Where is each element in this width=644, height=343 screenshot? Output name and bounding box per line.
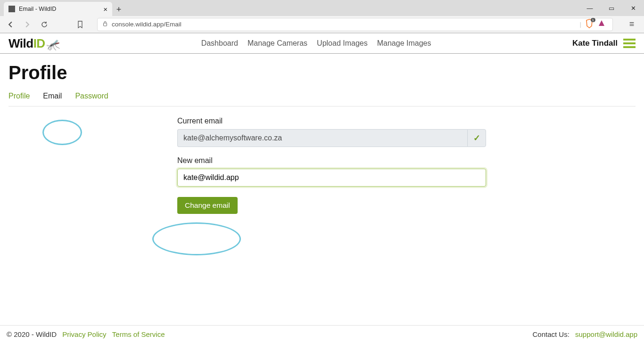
tab-password[interactable]: Password — [75, 92, 108, 100]
page-title: Profile — [8, 62, 636, 83]
window-maximize-button[interactable]: ▭ — [601, 0, 622, 16]
forward-button[interactable] — [22, 19, 33, 30]
email-form: Current email kate@alchemysoftware.co.za… — [177, 117, 486, 214]
brave-shield-icon[interactable]: 1 — [585, 19, 594, 30]
contact-label: Contact Us: — [533, 330, 572, 338]
privacy-policy-link[interactable]: Privacy Policy — [62, 330, 106, 338]
logo-text-id: ID — [33, 36, 45, 51]
extension-icons: 1 — [585, 19, 608, 30]
new-email-label: New email — [177, 156, 486, 165]
tab-bar: Email - WildID × + — ▭ ✕ — [0, 0, 644, 16]
window-close-button[interactable]: ✕ — [622, 0, 644, 16]
app-logo[interactable]: WildID🦟 — [8, 36, 60, 51]
back-icon — [7, 21, 14, 28]
terms-link[interactable]: Terms of Service — [112, 330, 165, 338]
user-area: Kate Tindall — [572, 39, 636, 48]
hamburger-bar-icon — [623, 46, 636, 48]
current-email-group: kate@alchemysoftware.co.za ✓ — [177, 129, 486, 147]
svg-rect-0 — [104, 23, 107, 26]
url-text: console.wildid.app/Email — [112, 21, 576, 28]
main-nav: Dashboard Manage Cameras Upload Images M… — [60, 39, 572, 48]
back-button[interactable] — [5, 19, 16, 30]
footer-left: © 2020 - WildID Privacy Policy Terms of … — [7, 330, 165, 338]
change-email-button[interactable]: Change email — [177, 197, 238, 214]
nav-manage-cameras[interactable]: Manage Cameras — [248, 39, 307, 48]
bookmark-icon — [77, 21, 83, 28]
footer: © 2020 - WildID Privacy Policy Terms of … — [0, 325, 644, 343]
current-email-value: kate@alchemysoftware.co.za — [177, 129, 467, 147]
verified-addon: ✓ — [467, 129, 486, 147]
hamburger-bar-icon — [623, 42, 636, 44]
shield-count-badge: 1 — [591, 18, 595, 22]
tab-email[interactable]: Email — [43, 92, 62, 100]
new-tab-button[interactable]: + — [112, 3, 125, 16]
nav-dashboard[interactable]: Dashboard — [201, 39, 238, 48]
copyright-text: © 2020 - WildID — [7, 330, 57, 338]
nav-upload-images[interactable]: Upload Images — [317, 39, 368, 48]
favicon-icon — [8, 6, 15, 12]
tab-title: Email - WildID — [19, 6, 99, 12]
tab-profile[interactable]: Profile — [8, 92, 30, 100]
check-icon: ✓ — [473, 133, 480, 143]
browser-toolbar: console.wildid.app/Email | 1 ≡ — [0, 16, 644, 33]
profile-subtabs: Profile Email Password — [8, 92, 636, 106]
lock-icon — [102, 21, 108, 28]
browser-chrome: Email - WildID × + — ▭ ✕ console.wildid.… — [0, 0, 644, 33]
bookmark-button[interactable] — [74, 19, 86, 30]
url-separator: | — [579, 21, 581, 28]
browser-menu-button[interactable]: ≡ — [624, 19, 639, 29]
url-bar[interactable]: console.wildid.app/Email | 1 — [97, 18, 613, 31]
app-header: WildID🦟 Dashboard Manage Cameras Upload … — [0, 33, 644, 54]
nav-manage-images[interactable]: Manage Images — [377, 39, 431, 48]
window-minimize-button[interactable]: — — [579, 0, 601, 16]
hamburger-menu-button[interactable] — [623, 39, 636, 48]
username-label[interactable]: Kate Tindall — [572, 39, 618, 48]
hamburger-bar-icon — [623, 39, 636, 41]
reload-button[interactable] — [39, 19, 50, 30]
tab-close-icon[interactable]: × — [103, 5, 107, 13]
page-content: Profile Profile Email Password Current e… — [0, 54, 644, 214]
brave-rewards-icon[interactable] — [597, 19, 606, 29]
reload-icon — [41, 21, 48, 28]
contact-email-link[interactable]: support@wildid.app — [575, 330, 637, 338]
forward-icon — [24, 21, 31, 28]
annotation-circle-icon — [152, 222, 241, 255]
logo-text-wild: Wild — [8, 36, 33, 51]
footer-right: Contact Us: support@wildid.app — [533, 330, 638, 338]
current-email-label: Current email — [177, 117, 486, 125]
new-email-input[interactable] — [177, 169, 486, 187]
logo-bugs-icon: 🦟 — [46, 38, 60, 51]
window-controls: — ▭ ✕ — [579, 0, 644, 16]
browser-tab-active[interactable]: Email - WildID × — [4, 2, 112, 16]
